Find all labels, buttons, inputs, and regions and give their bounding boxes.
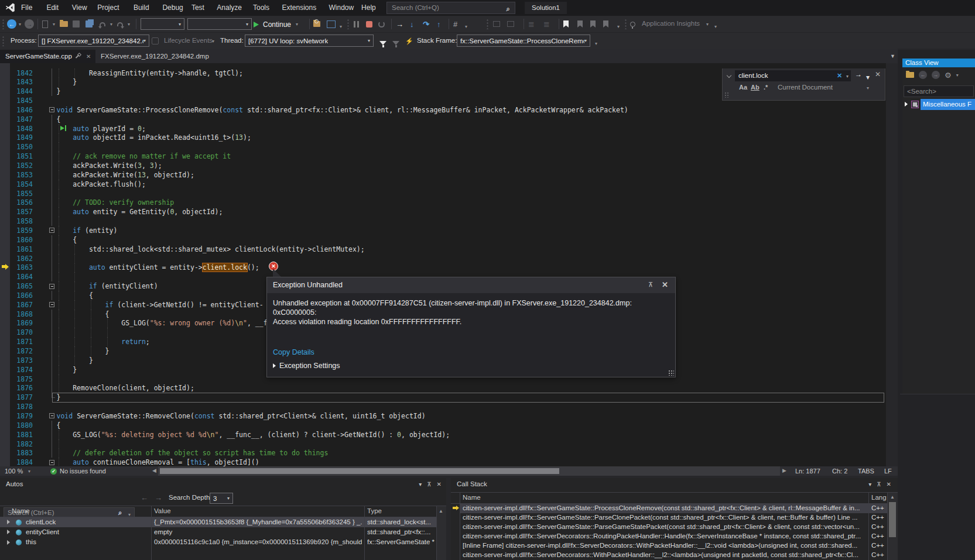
fold-toggle-icon[interactable] — [49, 228, 54, 233]
autos-title[interactable]: Autos — [0, 478, 446, 490]
issues-label[interactable]: No issues found — [60, 468, 106, 475]
open-file-button[interactable] — [60, 18, 68, 30]
menu-test[interactable]: Test — [191, 4, 204, 12]
lifecycle-events-label[interactable]: Lifecycle Events — [164, 37, 213, 44]
expand-icon[interactable] — [7, 530, 10, 534]
save-button[interactable] — [73, 18, 80, 30]
toggle-bookmark-icon[interactable] — [563, 18, 569, 30]
navigate-forward-button[interactable]: → — [25, 18, 34, 30]
autos-forward-icon[interactable]: → — [155, 493, 162, 502]
menu-view[interactable]: View — [72, 4, 87, 12]
quick-search-input[interactable]: Search (Ctrl+Q)⌕ — [386, 2, 515, 14]
match-case-icon[interactable]: Aa — [739, 84, 747, 91]
fold-toggle-icon[interactable] — [49, 460, 54, 465]
find-expand-chevron[interactable] — [727, 73, 731, 78]
cv-toolbar-dropdown[interactable]: ▾ — [956, 73, 959, 78]
code-line-1852[interactable]: 1852ackPacket.Write(3, 3); — [0, 161, 886, 170]
code-line-1878[interactable]: 1878 — [0, 402, 886, 411]
code-line-1863[interactable]: 1863auto entityClient = entity->client.l… — [0, 263, 886, 272]
find-clear-icon[interactable]: ✕ — [837, 70, 842, 81]
process-combo[interactable]: [] FXServer.exe_191220_234842.dm▾ — [38, 35, 149, 47]
find-scope-dropdown[interactable]: ▾ — [867, 85, 869, 91]
class-view-search[interactable]: <Search> — [904, 85, 974, 97]
next-bookmark-icon[interactable] — [590, 18, 596, 30]
code-line-1848[interactable]: 1848auto playerId = 0; — [0, 124, 886, 133]
config-combo[interactable]: ▾ — [141, 18, 184, 30]
clear-bookmarks-icon[interactable] — [603, 18, 608, 30]
suspend-threads-icon[interactable]: ⚡ — [405, 35, 413, 47]
fold-toggle-icon[interactable] — [49, 107, 54, 112]
menu-analyze[interactable]: Analyze — [217, 4, 242, 12]
exception-settings-toggle[interactable]: Exception Settings — [273, 362, 340, 370]
exception-resize-grip[interactable] — [668, 370, 674, 376]
pause-icon[interactable] — [353, 18, 360, 30]
code-line-1847[interactable]: 1847{ — [0, 115, 886, 124]
redo-button[interactable] — [117, 18, 123, 30]
autos-row-clientLock[interactable]: clientLock{_Pmtx=0x000001515b3653f8 {_My… — [0, 517, 436, 527]
fold-toggle-icon[interactable] — [49, 284, 54, 289]
scroll-left-icon[interactable]: ◀ — [152, 468, 156, 473]
filter-flagged-icon[interactable] — [392, 37, 399, 49]
menu-tools[interactable]: Tools — [253, 4, 269, 12]
code-line-1850[interactable]: 1850 — [0, 142, 886, 152]
code-line-1882[interactable]: 1882 — [0, 439, 886, 449]
restart-icon[interactable] — [378, 18, 385, 30]
code-line-1851[interactable]: 1851// ack remove no matter if we accept… — [0, 152, 886, 161]
stack-frame-combo[interactable]: fx::ServerGameState::ProcessCloneRemov▾ — [457, 35, 590, 47]
close-tab-icon[interactable]: ✕ — [86, 50, 91, 63]
navigate-back-button[interactable]: ← — [7, 18, 16, 30]
horizontal-scroll-thumb[interactable] — [160, 468, 559, 474]
stop-icon[interactable] — [366, 18, 372, 30]
comment-icon[interactable] — [493, 18, 500, 30]
code-line-1858[interactable]: 1858 — [0, 217, 886, 226]
lifecycle-dropdown[interactable]: ▾ — [212, 35, 214, 47]
step-over-icon[interactable]: ↷ — [423, 18, 429, 30]
save-all-button[interactable] — [85, 18, 93, 30]
code-line-1883[interactable]: 1883// defer deletion of the object so s… — [0, 448, 886, 458]
zoom-dropdown[interactable]: ▾ — [28, 469, 30, 474]
code-line-1859[interactable]: 1859if (entity) — [0, 226, 886, 235]
debug-location-overflow[interactable]: ▾ — [595, 37, 597, 49]
find-panel-grip[interactable] — [724, 92, 729, 98]
code-line-1855[interactable]: 1855 — [0, 189, 886, 198]
expand-icon[interactable] — [905, 102, 908, 106]
find-next-icon[interactable]: → — [855, 70, 862, 78]
expand-icon[interactable] — [7, 520, 10, 524]
toolbar-grip[interactable] — [2, 19, 5, 29]
gear-icon[interactable]: ⚙ — [945, 71, 952, 80]
find-input[interactable]: client.lock ✕ ▾ — [735, 70, 851, 81]
show-next-statement-icon[interactable]: → — [396, 18, 403, 30]
class-view-title[interactable]: Class View — [902, 59, 975, 67]
code-line-1857[interactable]: 1857auto entity = GetEntity(0, objectId)… — [0, 207, 886, 217]
app-insights-dropdown[interactable]: ▾ — [706, 18, 709, 30]
copy-details-link[interactable]: Copy Details — [273, 348, 314, 356]
debug-toolbar-overflow[interactable]: ▾ — [465, 20, 467, 32]
thread-combo[interactable]: [6772] UV loop: svNetwork▾ — [245, 35, 374, 47]
menu-edit[interactable]: Edit — [46, 4, 59, 12]
hex-display-icon[interactable]: # — [453, 18, 457, 30]
find-next-dropdown[interactable]: ▾ — [866, 73, 870, 81]
tab-servergamestate[interactable]: ServerGameState.cpp ✕ — [0, 50, 95, 63]
solution-name[interactable]: Solution1 — [525, 2, 567, 14]
autos-scrollbar[interactable]: ▲ — [437, 506, 446, 560]
code-line-1856[interactable]: 1856// TODO: verify ownership — [0, 198, 886, 207]
diagnostic-tools-icon[interactable] — [327, 18, 336, 30]
code-line-1876[interactable]: 1876RemoveClone(client, objectId); — [0, 383, 886, 393]
menu-help[interactable]: Help — [361, 4, 376, 12]
fold-toggle-icon[interactable] — [49, 413, 54, 418]
filter-threads-icon[interactable] — [379, 37, 386, 49]
call-stack-title[interactable]: Call Stack — [451, 478, 902, 490]
undo-button[interactable] — [100, 18, 105, 30]
fold-toggle-icon[interactable] — [49, 302, 54, 307]
app-insights-overflow[interactable]: ▾ — [714, 20, 717, 32]
code-line-1884[interactable]: 1884auto continueCloneRemoval = [this, o… — [0, 458, 886, 466]
toolbar-overflow[interactable]: ▾ — [340, 20, 342, 32]
code-line-1853[interactable]: 1853ackPacket.Write(13, objectId); — [0, 170, 886, 180]
forward-icon[interactable]: → — [932, 71, 940, 79]
code-line-1881[interactable]: 1881GS_LOG("%s: deleting object %d %d\n"… — [0, 430, 886, 439]
code-line-1854[interactable]: 1854ackPacket.flush(); — [0, 180, 886, 189]
find-scope-combo[interactable]: Current Document — [778, 84, 833, 91]
find-input-dropdown[interactable]: ▾ — [846, 71, 849, 82]
expand-icon[interactable] — [7, 540, 10, 545]
attach-debugger-icon[interactable] — [313, 18, 320, 30]
